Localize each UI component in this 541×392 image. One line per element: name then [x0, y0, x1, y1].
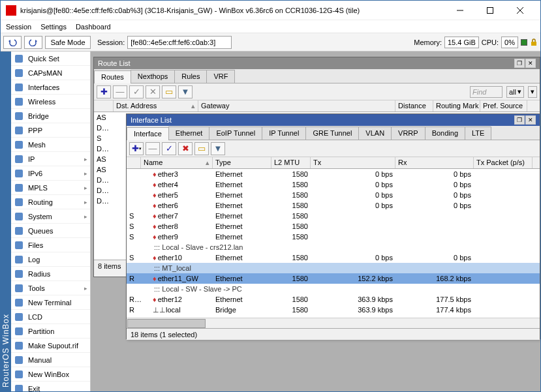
sidebar-item-capsman[interactable]: CAPsMAN [11, 66, 90, 80]
sidebar-item-wireless[interactable]: Wireless [11, 95, 90, 109]
redo-button[interactable] [24, 36, 42, 49]
table-row[interactable]: R♦ether11_GWEthernet1580152.2 kbps168.2 … [127, 273, 540, 284]
iface-add-button[interactable]: ✚▾ [129, 142, 144, 155]
sidebar-item-ip[interactable]: IP▸ [11, 152, 90, 166]
iface-status: 18 items (1 selected) [127, 328, 540, 340]
svg-rect-8 [15, 98, 23, 106]
table-row[interactable]: S♦ether7Ethernet1580 [127, 211, 540, 221]
add-button[interactable]: ✚ [97, 85, 111, 98]
table-row[interactable]: RS♦ether12Ethernet1580363.9 kbps177.5 kb… [127, 294, 540, 305]
sidebar-item-ipv6[interactable]: IPv6▸ [11, 166, 90, 181]
safe-mode-button[interactable]: Safe Mode [45, 36, 91, 49]
group-row[interactable]: ::: Local - SW - Slave -> PC [127, 284, 540, 294]
tab-rules[interactable]: Rules [174, 70, 207, 83]
svg-rect-27 [15, 370, 23, 378]
sidebar-item-exit[interactable]: Exit [11, 382, 90, 391]
sidebar-item-files[interactable]: Files [11, 238, 90, 252]
tab-nexthops[interactable]: Nexthops [131, 70, 175, 83]
sidebar-item-radius[interactable]: Radius [11, 267, 90, 281]
route-max-icon[interactable]: ❐ [514, 59, 525, 68]
enable-button[interactable]: ✓ [129, 85, 144, 98]
remove-button[interactable]: — [113, 85, 127, 98]
iface-remove-button[interactable]: — [146, 142, 160, 155]
supout-icon [14, 340, 24, 351]
group-row[interactable]: ::: MT_local [127, 263, 540, 273]
iface-disable-button[interactable]: ✖ [178, 142, 193, 155]
iface-close-icon[interactable]: ✕ [525, 115, 536, 125]
filter-button[interactable]: ▼ [178, 85, 193, 98]
sidebar-item-quick-set[interactable]: Quick Set [11, 52, 90, 66]
sidebar-item-ppp[interactable]: PPP [11, 123, 90, 138]
route-find-input[interactable]: Find [470, 86, 502, 98]
table-row[interactable]: S♦ether9Ethernet1580 [127, 232, 540, 242]
route-grid-header[interactable]: Dst. Address ▴GatewayDistanceRouting Mar… [94, 100, 540, 112]
disable-button[interactable]: ✕ [146, 85, 160, 98]
window-title: krisjanis@[fe80::4e5e:cff:fef6:c0ab%3] (… [20, 7, 445, 14]
table-row[interactable]: ♦ether4Ethernet15800 bps0 bps [127, 179, 540, 190]
bridge-icon [14, 111, 24, 121]
ppp-icon [14, 125, 24, 136]
tab-vlan[interactable]: VLAN [358, 127, 392, 140]
sidebar-item-queues[interactable]: Queues [11, 224, 90, 238]
comment-button[interactable]: ▭ [162, 85, 176, 98]
route-all-select[interactable]: all ▾ [506, 86, 524, 98]
sidebar-item-log[interactable]: Log [11, 252, 90, 267]
menu-settings[interactable]: Settings [40, 23, 67, 31]
sidebar-item-tools[interactable]: Tools▸ [11, 281, 90, 295]
sidebar-item-interfaces[interactable]: Interfaces [11, 80, 90, 95]
iface-filter-button[interactable]: ▼ [211, 142, 225, 155]
session-label: Session: [97, 38, 125, 46]
tab-routes[interactable]: Routes [94, 70, 131, 83]
tab-bonding[interactable]: Bonding [425, 127, 465, 140]
sidebar-item-make-supout-rif[interactable]: Make Supout.rif [11, 339, 90, 353]
sidebar-item-new-winbox[interactable]: New WinBox [11, 367, 90, 382]
tab-vrf[interactable]: VRF [206, 70, 235, 83]
sidebar-item-mesh[interactable]: Mesh [11, 138, 90, 152]
tab-ip-tunnel[interactable]: IP Tunnel [262, 127, 306, 140]
table-row[interactable]: ♦ether5Ethernet15800 bps0 bps [127, 190, 540, 200]
tab-vrrp[interactable]: VRRP [391, 127, 425, 140]
sidebar-item-routing[interactable]: Routing▸ [11, 195, 90, 209]
svg-rect-14 [15, 184, 23, 192]
tab-interface[interactable]: Interface [127, 127, 169, 140]
sidebar-item-manual[interactable]: Manual [11, 353, 90, 367]
tab-ethernet[interactable]: Ethernet [168, 127, 210, 140]
interface-list-window[interactable]: Interface List ❐ ✕ InterfaceEthernetEoIP… [126, 113, 540, 339]
sidebar-item-bridge[interactable]: Bridge [11, 109, 90, 123]
session-field[interactable]: [fe80::4e5e:cff:fef6:c0ab:3] [127, 36, 232, 49]
menu-session[interactable]: Session [6, 23, 31, 31]
menu-dashboard[interactable]: Dashboard [76, 23, 111, 31]
iface-window-title[interactable]: Interface List ❐ ✕ [127, 114, 540, 126]
svg-rect-11 [15, 141, 23, 149]
iface-grid-header[interactable]: Name ▴TypeL2 MTUTxRxTx Packet (p/s) [127, 157, 540, 169]
route-window-title[interactable]: Route List ❐ ✕ [94, 57, 540, 69]
tab-lte[interactable]: LTE [465, 127, 491, 140]
table-row[interactable]: ♦ether6Ethernet15800 bps0 bps [127, 200, 540, 211]
sidebar-item-mpls[interactable]: MPLS▸ [11, 181, 90, 195]
sidebar-item-partition[interactable]: Partition [11, 324, 90, 339]
tab-eoip-tunnel[interactable]: EoIP Tunnel [209, 127, 262, 140]
maximize-button[interactable] [475, 1, 505, 20]
table-row[interactable]: S♦ether8Ethernet1580 [127, 221, 540, 232]
sidebar-item-system[interactable]: System▸ [11, 209, 90, 224]
table-row[interactable]: ♦ether3Ethernet15800 bps0 bps [127, 169, 540, 179]
iface-h-scroll[interactable] [127, 318, 540, 328]
iface-max-icon[interactable]: ❐ [514, 115, 525, 125]
group-row[interactable]: ::: Local - Slave - crs212.lan [127, 242, 540, 252]
iface-grid-body[interactable]: ♦ether3Ethernet15800 bps0 bps♦ether4Ethe… [127, 169, 540, 318]
route-dd-button[interactable]: ▾ [528, 86, 537, 98]
mesh-icon [14, 140, 24, 150]
table-row[interactable]: R⊥⊥localBridge1580363.9 kbps177.4 kbps [127, 305, 540, 315]
iface-enable-button[interactable]: ✓ [162, 142, 176, 155]
svg-rect-19 [15, 256, 23, 264]
table-row[interactable]: S♦ether10Ethernet15800 bps0 bps [127, 252, 540, 263]
sidebar-item-lcd[interactable]: LCD [11, 310, 90, 324]
undo-button[interactable] [3, 36, 22, 49]
route-close-icon[interactable]: ✕ [525, 59, 536, 68]
ip-icon [14, 154, 24, 164]
iface-comment-button[interactable]: ▭ [194, 142, 209, 155]
tab-gre-tunnel[interactable]: GRE Tunnel [305, 127, 359, 140]
sidebar-item-new-terminal[interactable]: New Terminal [11, 295, 90, 310]
close-button[interactable] [505, 1, 535, 20]
minimize-button[interactable] [445, 1, 475, 20]
